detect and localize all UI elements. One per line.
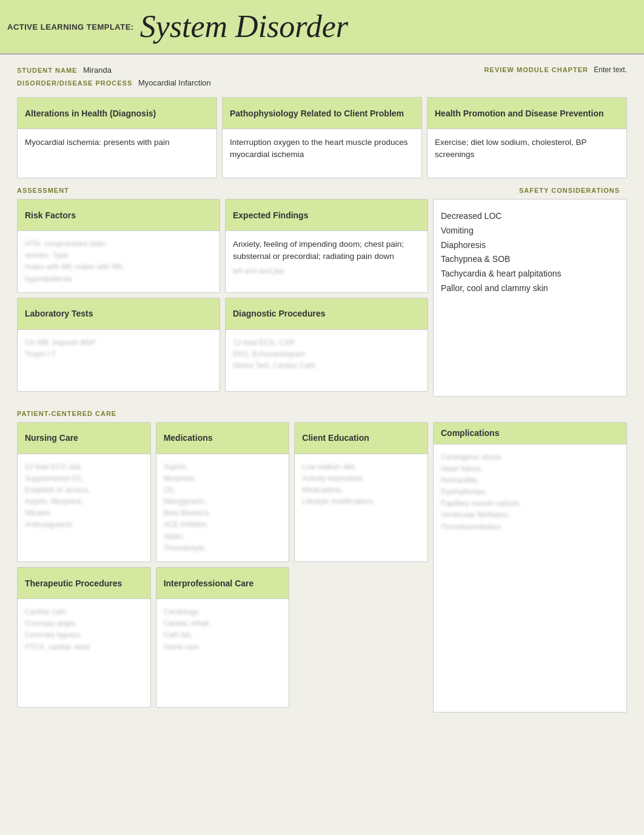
template-title: System Disorder (140, 11, 348, 42)
lab-tests-body: CK-MB, troponin BNPTropin I-T (18, 330, 220, 378)
complications-body: Cardiogenic shock,Heart failure,Pericard… (434, 444, 626, 540)
assessment-label: ASSESSMENT (17, 181, 69, 196)
review-label: REVIEW MODULE CHAPTER (485, 66, 588, 73)
assessment-section: ASSESSMENT SAFETY CONSIDERATIONS Risk Fa… (17, 181, 627, 397)
diagnostic-procedures-body: 12-lead ECG, CXREKG, EchocardiogramStres… (226, 330, 428, 380)
disorder-value: Myocardial Infarction (138, 78, 211, 87)
review-value: Enter text. (594, 65, 627, 74)
client-education-header: Client Education (295, 423, 428, 454)
expected-findings-body: Anxiety, feeling of impending doom; ches… (226, 231, 428, 284)
complications-blurred: Cardiogenic shock,Heart failure,Pericard… (441, 452, 619, 533)
interprofessional-care-blurred: Cardiology,Cardiac rehab,Cath lab,Home c… (164, 606, 282, 653)
client-education-card: Client Education Low sodium diet,Activit… (294, 422, 428, 563)
alterations-header: Alterations in Health (Diagnosis) (18, 98, 216, 129)
disorder-field: DISORDER/DISEASE PROCESS Myocardial Infa… (17, 78, 211, 87)
health-promotion-body: Exercise; diet low sodium, cholesterol, … (428, 129, 626, 178)
nursing-care-body: 12 lead ECG stat,Supplemental O2,Establi… (18, 454, 150, 538)
risk-factors-card: Risk Factors HTN, compromised olderwomen… (17, 199, 220, 293)
student-name-field: STUDENT NAME Miranda (17, 65, 211, 75)
risk-factors-blurred: HTN, compromised olderwomen, Typemales w… (25, 238, 212, 285)
health-promotion-header: Health Promotion and Disease Prevention (428, 98, 626, 129)
nursing-care-card: Nursing Care 12 lead ECG stat,Supplement… (17, 422, 151, 563)
pathophysiology-card: Pathophysiology Related to Client Proble… (222, 97, 422, 178)
main-content: Alterations in Health (Diagnosis) Myocar… (0, 91, 644, 725)
assessment-header-row: ASSESSMENT SAFETY CONSIDERATIONS (17, 181, 627, 196)
pcc-cards-grid: Nursing Care 12 lead ECG stat,Supplement… (17, 422, 428, 708)
lab-tests-header: Laboratory Tests (18, 298, 220, 330)
interprofessional-care-card: Interprofessional Care Cardiology,Cardia… (156, 567, 290, 708)
student-name-label: STUDENT NAME (17, 67, 77, 74)
diagnostic-procedures-blurred: 12-lead ECG, CXREKG, EchocardiogramStres… (233, 337, 420, 372)
safety-body: Decreased LOCVomitingDiaphoresisTachypne… (434, 200, 626, 306)
diagnostic-procedures-card: Diagnostic Procedures 12-lead ECG, CXREK… (225, 298, 428, 392)
health-promotion-card: Health Promotion and Disease Prevention … (427, 97, 627, 178)
lab-tests-card: Laboratory Tests CK-MB, troponin BNPTrop… (17, 298, 220, 392)
client-education-blurred: Low sodium diet,Activity restrictions,Me… (302, 461, 420, 508)
review-module-field: REVIEW MODULE CHAPTER Enter text. (485, 65, 627, 74)
assessment-middle: Expected Findings Anxiety, feeling of im… (225, 199, 428, 392)
diagnostic-procedures-header: Diagnostic Procedures (226, 298, 428, 330)
pcc-grid: Nursing Care 12 lead ECG stat,Supplement… (17, 422, 627, 713)
medications-header: Medications (156, 423, 289, 454)
expected-findings-card: Expected Findings Anxiety, feeling of im… (225, 199, 428, 293)
page-header: ACTIVE LEARNING TEMPLATE: System Disorde… (0, 0, 644, 55)
safety-label: SAFETY CONSIDERATIONS (519, 181, 627, 196)
risk-factors-header: Risk Factors (18, 200, 220, 231)
safety-text: Decreased LOCVomitingDiaphoresisTachypne… (441, 211, 561, 293)
therapeutic-procedures-header: Therapeutic Procedures (18, 568, 150, 599)
therapeutic-procedures-card: Therapeutic Procedures Cardiac cath,Coro… (17, 567, 151, 708)
expected-findings-text: Anxiety, feeling of impending doom; ches… (233, 240, 404, 261)
client-education-body: Low sodium diet,Activity restrictions,Me… (295, 454, 428, 515)
safety-card: Decreased LOCVomitingDiaphoresisTachypne… (433, 199, 627, 397)
pcc-label: PATIENT-CENTERED CARE (17, 404, 627, 420)
nursing-care-blurred: 12 lead ECG stat,Supplemental O2,Establi… (25, 461, 143, 531)
risk-factors-body: HTN, compromised olderwomen, Typemales w… (18, 231, 220, 292)
alterations-card: Alterations in Health (Diagnosis) Myocar… (17, 97, 217, 178)
pathophysiology-header: Pathophysiology Related to Client Proble… (223, 98, 421, 129)
disorder-label: DISORDER/DISEASE PROCESS (17, 79, 132, 87)
student-info-left: STUDENT NAME Miranda DISORDER/DISEASE PR… (17, 65, 211, 87)
expected-findings-header: Expected Findings (226, 200, 428, 231)
complications-card: Complications Cardiogenic shock,Heart fa… (433, 422, 627, 713)
lab-tests-blurred: CK-MB, troponin BNPTropin I-T (25, 337, 212, 360)
medications-blurred: Aspirin,Morphine,O2,Nitroglycerin,Beta B… (164, 461, 282, 555)
assessment-grid: Risk Factors HTN, compromised olderwomen… (17, 199, 627, 397)
pcc-section: PATIENT-CENTERED CARE Nursing Care 12 le… (17, 404, 627, 713)
expected-findings-blurred: left arm and jaw (233, 266, 420, 277)
alterations-body: Myocardial ischemia: presents with pain (18, 129, 216, 178)
assessment-left: Risk Factors HTN, compromised olderwomen… (17, 199, 220, 392)
student-name-value: Miranda (83, 65, 112, 75)
info-bar: STUDENT NAME Miranda DISORDER/DISEASE PR… (0, 55, 644, 91)
nursing-care-header: Nursing Care (18, 423, 150, 454)
medications-card: Medications Aspirin,Morphine,O2,Nitrogly… (156, 422, 290, 563)
template-label: ACTIVE LEARNING TEMPLATE: (7, 22, 134, 32)
pathophysiology-body: Interruption oxygen to the heart muscle … (223, 129, 421, 178)
interprofessional-care-header: Interprofessional Care (156, 568, 289, 599)
complications-header: Complications (434, 423, 626, 444)
medications-body: Aspirin,Morphine,O2,Nitroglycerin,Beta B… (156, 454, 289, 562)
therapeutic-procedures-blurred: Cardiac cath,Coronary angio,Coronary byp… (25, 606, 143, 653)
interprofessional-care-body: Cardiology,Cardiac rehab,Cath lab,Home c… (156, 599, 289, 660)
top-grid: Alterations in Health (Diagnosis) Myocar… (17, 97, 627, 178)
therapeutic-procedures-body: Cardiac cath,Coronary angio,Coronary byp… (18, 599, 150, 660)
